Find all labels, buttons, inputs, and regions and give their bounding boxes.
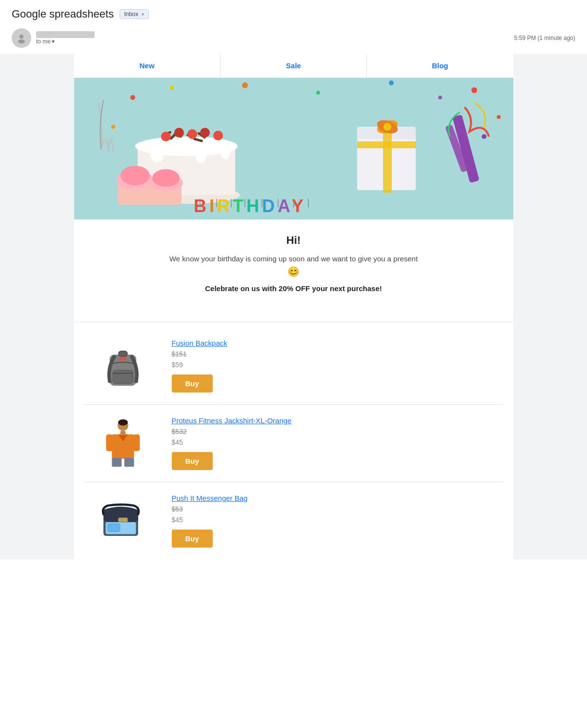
product-price-sale-bag: $45 bbox=[172, 516, 494, 524]
email-subject: Google spreadsheets bbox=[12, 8, 114, 20]
svg-point-19 bbox=[221, 145, 230, 159]
svg-rect-59 bbox=[120, 357, 126, 360]
sender-name bbox=[36, 31, 95, 38]
hero-image: BIRTHDAY bbox=[74, 78, 513, 219]
svg-point-7 bbox=[389, 80, 394, 85]
svg-rect-63 bbox=[106, 434, 113, 452]
nav-item-blog[interactable]: Blog bbox=[367, 54, 513, 78]
svg-point-4 bbox=[170, 86, 174, 90]
meta-row: to me ▾ 5:59 PM (1 minute ago) bbox=[12, 26, 575, 50]
birthday-message: We know your birthday is coming up soon … bbox=[94, 255, 494, 263]
product-name-shirt[interactable]: Proteus Fitness Jackshirt-XL-Orange bbox=[172, 416, 494, 425]
nav-item-sale[interactable]: Sale bbox=[221, 54, 367, 78]
svg-point-12 bbox=[482, 134, 486, 139]
svg-text:BIRTHDAY: BIRTHDAY bbox=[194, 196, 306, 216]
svg-point-17 bbox=[150, 145, 164, 162]
badge-close-button[interactable]: × bbox=[142, 11, 144, 17]
birthday-scene: BIRTHDAY bbox=[74, 78, 513, 219]
svg-rect-39 bbox=[383, 124, 392, 193]
product-info-bag: Push It Messenger Bag $53 $45 Buy bbox=[172, 494, 494, 548]
svg-point-18 bbox=[195, 147, 207, 163]
buy-button-backpack[interactable]: Buy bbox=[172, 374, 213, 393]
svg-rect-71 bbox=[107, 524, 120, 531]
svg-rect-70 bbox=[118, 518, 128, 522]
product-item: Proteus Fitness Jackshirt-XL-Orange $532… bbox=[84, 405, 504, 482]
email-timestamp: 5:59 PM (1 minute ago) bbox=[514, 35, 575, 41]
svg-rect-66 bbox=[124, 458, 134, 467]
email-text-content: Hi! We know your birthday is coming up s… bbox=[74, 219, 513, 317]
emoji-icon: 😊 bbox=[94, 266, 494, 277]
sender-info: to me ▾ bbox=[36, 31, 95, 45]
svg-point-33 bbox=[121, 166, 150, 185]
avatar bbox=[12, 28, 31, 48]
svg-point-28 bbox=[187, 129, 197, 139]
svg-point-3 bbox=[130, 95, 135, 100]
product-info-shirt: Proteus Fitness Jackshirt-XL-Orange $532… bbox=[172, 416, 494, 470]
product-image-shirt bbox=[94, 419, 152, 468]
svg-point-8 bbox=[438, 96, 442, 99]
svg-point-13 bbox=[497, 115, 501, 119]
svg-point-9 bbox=[471, 87, 477, 93]
email-body: New Sale Blog bbox=[74, 54, 513, 559]
subject-row: Google spreadsheets Inbox × bbox=[12, 8, 575, 20]
sender-row: to me ▾ bbox=[12, 28, 95, 48]
product-price-original-backpack: $151 bbox=[172, 350, 494, 358]
product-price-original-bag: $53 bbox=[172, 505, 494, 513]
product-price-sale-shirt: $45 bbox=[172, 438, 494, 446]
product-info-backpack: Fusion Backpack $151 $59 Buy bbox=[172, 339, 494, 393]
svg-rect-57 bbox=[113, 370, 133, 383]
product-price-sale-backpack: $59 bbox=[172, 361, 494, 369]
svg-point-1 bbox=[18, 39, 25, 43]
svg-rect-65 bbox=[112, 458, 121, 467]
svg-point-30 bbox=[213, 131, 223, 140]
promo-text: Celebrate on us with 20% OFF your next p… bbox=[94, 284, 494, 293]
buy-button-bag[interactable]: Buy bbox=[172, 530, 213, 548]
svg-point-61 bbox=[118, 419, 128, 426]
inbox-badge: Inbox × bbox=[120, 9, 149, 19]
svg-point-27 bbox=[174, 128, 184, 138]
svg-point-0 bbox=[20, 35, 23, 39]
divider-top bbox=[74, 322, 513, 322]
svg-rect-64 bbox=[133, 434, 140, 452]
inbox-label: Inbox bbox=[124, 11, 138, 18]
to-me-label[interactable]: to me ▾ bbox=[36, 38, 95, 45]
greeting-heading: Hi! bbox=[94, 234, 494, 247]
svg-rect-40 bbox=[357, 141, 416, 148]
product-name-backpack[interactable]: Fusion Backpack bbox=[172, 339, 494, 347]
buy-button-shirt[interactable]: Buy bbox=[172, 452, 213, 470]
email-nav: New Sale Blog bbox=[74, 54, 513, 78]
gmail-header: Google spreadsheets Inbox × to me bbox=[0, 0, 587, 54]
product-image-bag bbox=[94, 501, 152, 540]
svg-point-36 bbox=[152, 169, 180, 187]
product-list: Fusion Backpack $151 $59 Buy bbox=[74, 327, 513, 559]
nav-item-new[interactable]: New bbox=[74, 54, 221, 78]
svg-point-29 bbox=[200, 128, 210, 138]
product-price-original-shirt: $532 bbox=[172, 428, 494, 435]
product-item: Push It Messenger Bag $53 $45 Buy bbox=[84, 482, 504, 559]
email-container: Google spreadsheets Inbox × to me bbox=[0, 0, 587, 728]
product-name-bag[interactable]: Push It Messenger Bag bbox=[172, 494, 494, 502]
svg-rect-67 bbox=[120, 431, 125, 435]
svg-point-5 bbox=[242, 82, 248, 88]
svg-rect-56 bbox=[118, 351, 127, 356]
email-content-wrapper: New Sale Blog bbox=[0, 54, 587, 559]
svg-point-10 bbox=[111, 125, 115, 129]
product-item: Fusion Backpack $151 $59 Buy bbox=[84, 327, 504, 405]
svg-point-26 bbox=[161, 132, 171, 141]
product-image-backpack bbox=[94, 341, 152, 390]
svg-point-43 bbox=[384, 123, 391, 131]
svg-point-6 bbox=[316, 91, 320, 95]
